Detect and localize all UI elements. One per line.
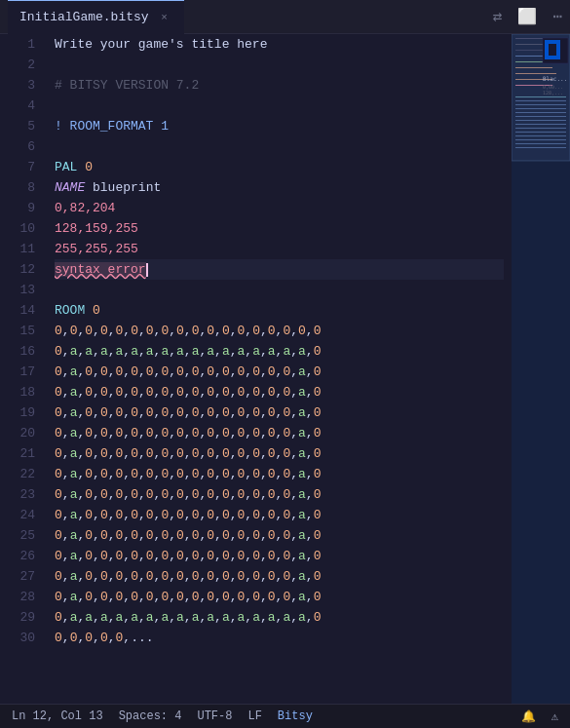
room-cell-a: a <box>146 610 154 625</box>
room-cell-comma: , <box>108 590 116 604</box>
room-cell-comma: , <box>306 446 314 461</box>
room-cell-zero: 0 <box>222 385 230 400</box>
encoding-indicator[interactable]: UTF-8 <box>197 709 232 723</box>
room-cell-a: a <box>207 610 214 625</box>
room-cell-comma: , <box>260 508 268 522</box>
code-line: 0,a,0,0,0,0,0,0,0,0,0,0,0,0,0,0,a,0 <box>55 402 504 423</box>
svg-rect-36 <box>545 56 549 59</box>
room-cell-comma: , <box>138 385 146 400</box>
room-cell-a: a <box>268 610 276 625</box>
room-cell-zero: 0 <box>100 508 108 522</box>
code-line: 0,a,0,0,0,0,0,0,0,0,0,0,0,0,0,0,a,0 <box>55 382 504 402</box>
language-indicator[interactable]: Bitsy <box>278 709 313 723</box>
room-cell-comma: , <box>138 528 146 543</box>
room-cell-comma: , <box>169 324 176 338</box>
code-line: 255,255,255 <box>55 239 504 259</box>
room-cell-comma: , <box>260 344 268 359</box>
room-cell-zero: 0 <box>176 385 184 400</box>
room-cell-comma: , <box>138 364 146 379</box>
room-cell-comma: , <box>290 610 298 625</box>
room-cell-comma: , <box>108 528 116 543</box>
room-cell-zero: 0 <box>85 508 93 522</box>
room-cell-zero: 0 <box>252 426 260 441</box>
room-cell-zero: 0 <box>100 446 108 461</box>
room-cell-zero: 0 <box>252 549 260 563</box>
tab-close-button[interactable]: × <box>157 10 172 25</box>
room-cell-comma: , <box>260 405 268 420</box>
room-cell-comma: , <box>123 405 131 420</box>
code-line: 0,a,0,0,0,0,0,0,0,0,0,0,0,0,0,0,a,0 <box>55 362 504 382</box>
room-cell-zero: 0 <box>131 508 138 522</box>
room-cell-zero: 0 <box>146 385 154 400</box>
cursor-position[interactable]: Ln 12, Col 13 <box>12 709 103 723</box>
room-cell-comma: , <box>245 426 252 441</box>
line-number: 5 <box>8 116 35 136</box>
number-pink-token: 255,255,255 <box>55 242 138 256</box>
room-cell-comma: , <box>93 385 100 400</box>
room-cell-comma: , <box>138 487 146 502</box>
room-cell-zero: 0 <box>100 426 108 441</box>
room-cell-zero: 0 <box>131 364 138 379</box>
room-cell-zero: 0 <box>131 528 138 543</box>
room-cell-zero: 0 <box>268 467 276 481</box>
room-cell-comma: , <box>169 467 176 481</box>
room-cell-zero: 0 <box>268 405 276 420</box>
room-cell-comma: , <box>290 385 298 400</box>
room-cell-a: a <box>298 610 306 625</box>
room-cell-a: a <box>100 610 108 625</box>
code-line: 0,0,0,0,0,... <box>55 628 504 648</box>
spaces-indicator[interactable]: Spaces: 4 <box>119 709 182 723</box>
room-cell-zero: 0 <box>222 508 230 522</box>
room-cell-zero: 0 <box>314 549 322 563</box>
room-cell-zero: 0 <box>268 528 276 543</box>
svg-rect-34 <box>545 52 549 56</box>
layout-icon[interactable]: ⬜ <box>517 7 537 26</box>
room-cell-comma: , <box>230 446 238 461</box>
code-line: 0,a,0,0,0,0,0,0,0,0,0,0,0,0,0,0,a,0 <box>55 484 504 505</box>
room-cell-comma: , <box>214 569 222 584</box>
room-cell-comma: , <box>245 569 252 584</box>
room-cell-zero: 0 <box>146 405 154 420</box>
room-cell-comma: , <box>138 446 146 461</box>
line-number: 8 <box>8 177 35 198</box>
room-cell-comma: , <box>138 590 146 604</box>
editor-tab[interactable]: InitialGame.bitsy × <box>8 0 184 34</box>
room-cell-zero: 0 <box>100 385 108 400</box>
room-cell-zero: 0 <box>314 508 322 522</box>
room-cell-comma: , <box>169 405 176 420</box>
room-cell-comma: , <box>214 385 222 400</box>
number-token: 0 <box>85 160 93 174</box>
line-number: 4 <box>8 96 35 116</box>
room-cell-comma: , <box>214 344 222 359</box>
room-cell-comma: , <box>62 487 70 502</box>
room-cell-zero: 0 <box>146 528 154 543</box>
room-cell-zero: 0 <box>55 508 62 522</box>
code-content[interactable]: Write your game's title here # BITSY VER… <box>47 34 512 704</box>
room-cell-comma: , <box>93 324 100 338</box>
room-cell-zero: 0 <box>314 569 322 584</box>
room-cell-comma: , <box>138 426 146 441</box>
room-cell-a: a <box>298 405 306 420</box>
room-cell-comma: , <box>306 405 314 420</box>
room-cell-comma: , <box>290 324 298 338</box>
room-cell-zero: 0 <box>268 549 276 563</box>
title-bar: InitialGame.bitsy × ⇄ ⬜ ⋯ <box>0 0 570 34</box>
room-cell-comma: , <box>306 385 314 400</box>
more-icon[interactable]: ⋯ <box>552 7 562 26</box>
code-line: PAL 0 <box>55 157 504 177</box>
room-cell-zero: 0 <box>176 467 184 481</box>
room-cell-zero: 0 <box>268 324 276 338</box>
room-cell-comma: , <box>230 364 238 379</box>
keyword-token: ! ROOM_FORMAT 1 <box>55 119 169 134</box>
room-cell-zero: 0 <box>176 426 184 441</box>
room-cell-comma: , <box>260 549 268 563</box>
bell-icon[interactable]: 🔔 <box>521 709 536 724</box>
eol-indicator[interactable]: LF <box>247 709 261 723</box>
room-cell-zero: 0 <box>207 467 214 481</box>
code-line: 0,a,0,0,0,0,0,0,0,0,0,0,0,0,0,0,a,0 <box>55 546 504 566</box>
minimap-svg: Blac... 0,00... 128,... <box>512 34 570 704</box>
warning-icon[interactable]: ⚠ <box>551 709 558 724</box>
room-cell-a: a <box>100 344 108 359</box>
broadcast-icon[interactable]: ⇄ <box>493 7 503 26</box>
room-cell-zero: 0 <box>314 426 322 441</box>
